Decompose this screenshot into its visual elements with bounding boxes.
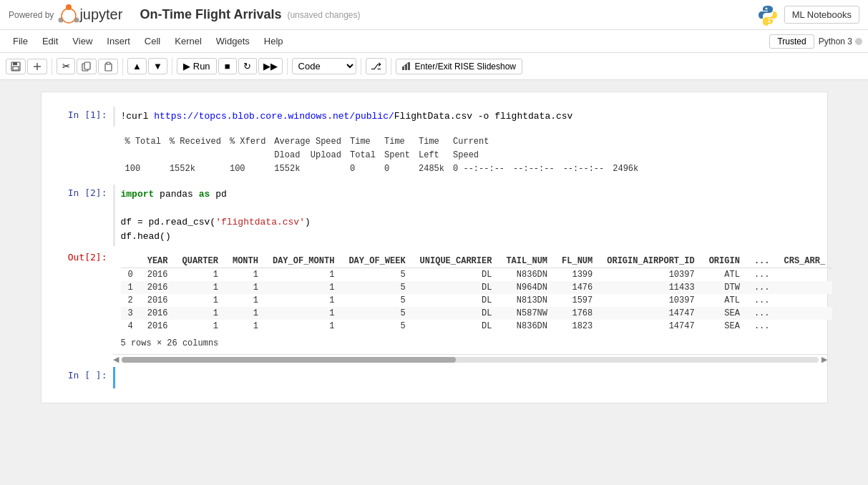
- kernel-info: Python 3: [819, 36, 862, 46]
- toolbar-separator-1: [52, 58, 52, 75]
- keyboard-shortcut-button[interactable]: ⎇: [366, 58, 386, 74]
- cell-out1: % Total% Received% Xferd Average SpeedTi…: [42, 129, 827, 182]
- jupyter-logo-icon: [58, 4, 79, 26]
- paste-button[interactable]: [98, 59, 118, 74]
- cell-empty-content[interactable]: [113, 367, 827, 388]
- curl-output: % Total% Received% Xferd Average SpeedTi…: [121, 132, 821, 180]
- svg-rect-12: [107, 62, 110, 64]
- run-label: Run: [193, 61, 210, 72]
- cell-out2-label: Out[2]:: [42, 249, 113, 351]
- cell-empty-code[interactable]: [121, 370, 821, 386]
- toolbar-separator-3: [172, 58, 172, 75]
- scroll-track[interactable]: [122, 357, 819, 363]
- col-header-index: [121, 255, 140, 268]
- header: Powered by jupyter On-Time Flight Arriva…: [0, 0, 868, 30]
- col-header-ellipsis: ...: [747, 255, 777, 268]
- col-header-day-of-month: DAY_OF_MONTH: [265, 255, 341, 268]
- scroll-right-arrow[interactable]: ▶: [821, 355, 827, 364]
- copy-icon: [82, 62, 92, 72]
- unsaved-indicator: (unsaved changes): [287, 10, 360, 20]
- copy-button[interactable]: [77, 59, 97, 74]
- col-header-day-of-week: DAY_OF_WEEK: [341, 255, 412, 268]
- menubar-right: Trusted Python 3: [769, 34, 862, 49]
- fast-forward-button[interactable]: ▶▶: [258, 58, 283, 74]
- menu-kernel[interactable]: Kernel: [167, 33, 209, 49]
- cut-button[interactable]: ✂: [57, 58, 75, 74]
- kernel-name: Python 3: [819, 36, 852, 46]
- notebook-content: In [1]: !curl https://topcs.blob.core.wi…: [41, 92, 828, 403]
- menubar: File Edit View Insert Cell Kernel Widget…: [0, 30, 868, 53]
- notebook-title[interactable]: On-Time Flight Arrivals: [140, 7, 281, 22]
- cell-out2-content: YEAR QUARTER MONTH DAY_OF_MONTH DAY_OF_W…: [113, 249, 839, 351]
- menu-file[interactable]: File: [6, 33, 35, 49]
- add-cell-button[interactable]: [27, 59, 47, 74]
- cell-empty: In [ ]:: [42, 367, 827, 388]
- svg-rect-5: [13, 62, 17, 65]
- rows-columns-info: 5 rows × 26 columns: [121, 338, 833, 348]
- move-up-button[interactable]: ▲: [127, 58, 147, 74]
- restart-button[interactable]: ↻: [238, 58, 257, 74]
- col-header-fl-num: FL_NUM: [555, 255, 600, 268]
- col-header-origin-airport-id: ORIGIN_AIRPORT_ID: [600, 255, 701, 268]
- rise-slideshow-button[interactable]: Enter/Exit RISE Slideshow: [396, 59, 522, 74]
- table-row: 220161115DLN813DN159710397ATL...: [121, 294, 833, 307]
- ml-notebooks-button[interactable]: ML Notebooks: [784, 6, 859, 24]
- menu-insert[interactable]: Insert: [99, 33, 137, 49]
- cell-out2: Out[2]: YEAR QUARTER MONTH DAY_OF_MONTH …: [42, 249, 827, 351]
- col-header-quarter: QUARTER: [175, 255, 225, 268]
- cell-in2-code: import pandas as pd df = pd.read_csv('fl…: [121, 187, 821, 243]
- cell-in2-label: In [2]:: [42, 185, 113, 246]
- cell-in2-content[interactable]: import pandas as pd df = pd.read_csv('fl…: [113, 185, 827, 246]
- table-row: 420161115DLN836DN182314747SEA...: [121, 320, 833, 333]
- cell-in1-content[interactable]: !curl https://topcs.blob.core.windows.ne…: [113, 107, 827, 127]
- toolbar: ✂ ▲ ▼ ▶ Run ■ ↻ ▶▶ Code Markdown Raw NBC…: [0, 53, 868, 80]
- scroll-left-arrow[interactable]: ◀: [113, 355, 119, 364]
- col-header-tail-num: TAIL_NUM: [499, 255, 555, 268]
- run-icon: ▶: [183, 61, 190, 72]
- menu-cell[interactable]: Cell: [137, 33, 167, 49]
- toolbar-separator-2: [122, 58, 123, 75]
- toolbar-separator-5: [361, 58, 361, 75]
- toolbar-separator-4: [287, 58, 288, 75]
- cell-in1: In [1]: !curl https://topcs.blob.core.wi…: [42, 107, 827, 127]
- svg-rect-6: [13, 67, 19, 70]
- svg-point-3: [62, 9, 76, 23]
- cell-empty-label: In [ ]:: [42, 367, 113, 388]
- svg-rect-15: [408, 62, 410, 70]
- menu-help[interactable]: Help: [257, 33, 291, 49]
- horizontal-scrollbar[interactable]: ◀ ▶: [113, 354, 827, 364]
- save-button[interactable]: [6, 59, 26, 74]
- chart-icon: [402, 62, 412, 70]
- python-logo-icon: [757, 4, 779, 26]
- col-header-origin: ORIGIN: [702, 255, 747, 268]
- menu-edit[interactable]: Edit: [35, 33, 65, 49]
- menu-view[interactable]: View: [65, 33, 99, 49]
- cell-out1-content: % Total% Received% Xferd Average SpeedTi…: [113, 129, 827, 182]
- table-row: 120161115DLN964DN147611433DTW...: [121, 281, 833, 294]
- table-row: 320161115DLN587NW176814747SEA...: [121, 307, 833, 320]
- run-button[interactable]: ▶ Run: [177, 58, 217, 74]
- header-right: ML Notebooks: [757, 4, 859, 26]
- cell-type-select[interactable]: Code Markdown Raw NBConvert: [292, 58, 356, 74]
- jupyter-text: jupyter: [79, 6, 122, 23]
- toolbar-separator-6: [391, 58, 391, 75]
- cell-in2: In [2]: import pandas as pd df = pd.read…: [42, 185, 827, 246]
- col-header-crs-arr: CRS_ARR_: [777, 255, 833, 268]
- svg-rect-13: [402, 67, 404, 70]
- stop-button[interactable]: ■: [218, 58, 237, 74]
- col-header-carrier: UNIQUE_CARRIER: [413, 255, 499, 268]
- jupyter-logo: jupyter: [58, 4, 134, 26]
- cell-in1-code: !curl https://topcs.blob.core.windows.ne…: [121, 109, 821, 124]
- svg-rect-10: [84, 62, 90, 69]
- dataframe-table: YEAR QUARTER MONTH DAY_OF_MONTH DAY_OF_W…: [121, 255, 833, 333]
- move-down-button[interactable]: ▼: [148, 58, 167, 74]
- table-row: 020161115DLN836DN139910397ATL...: [121, 268, 833, 282]
- col-header-month: MONTH: [225, 255, 265, 268]
- scroll-thumb[interactable]: [122, 357, 457, 363]
- cell-out1-label: [42, 129, 113, 182]
- menu-widgets[interactable]: Widgets: [209, 33, 257, 49]
- trusted-button[interactable]: Trusted: [769, 34, 814, 49]
- powered-by-label: Powered by: [9, 10, 54, 20]
- kernel-status-dot: [855, 38, 862, 45]
- plus-icon: [32, 62, 42, 72]
